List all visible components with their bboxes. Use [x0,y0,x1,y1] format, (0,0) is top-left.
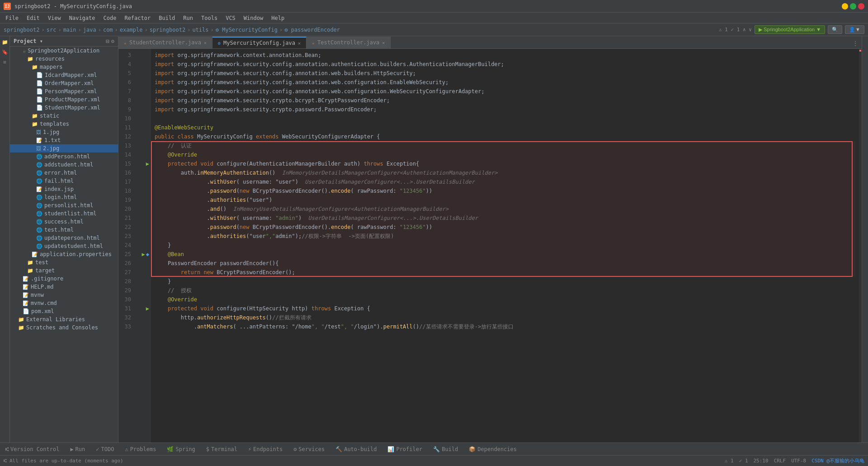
tab-mysercurityconfig-close[interactable]: ✕ [298,41,301,46]
structure-icon[interactable]: ≡ [1,58,9,66]
sidebar-item-15[interactable]: 🌐 error.html [10,169,118,177]
search-button[interactable]: 🔍 [828,25,842,34]
bookmarks-icon[interactable]: 🔖 [1,48,9,56]
code-content[interactable]: import org.springframework.context.annot… [151,49,859,442]
run-button[interactable]: ▶ Springboot2Application ▼ [755,25,825,34]
sidebar-item-3[interactable]: 📄 IdcardMapper.xml [10,71,118,79]
breadcrumb-src[interactable]: src [47,27,57,33]
sidebar-item-17[interactable]: 📝 index.jsp [10,185,118,193]
sidebar-item-2[interactable]: 📁 mappers [10,63,118,71]
bottom-tab-version-control[interactable]: ⑆Version Control [0,444,65,454]
run-icon-31[interactable]: ▶ [146,304,149,313]
menu-item-code[interactable]: Code [100,14,120,22]
sidebar-item-22[interactable]: 🌐 test.html [10,226,118,234]
run-icon-15[interactable]: ▶ [146,159,149,168]
sidebar-item-27[interactable]: 📁 target [10,266,118,275]
right-scrollbar[interactable] [862,36,868,442]
menu-item-help[interactable]: Help [268,14,288,22]
project-icon[interactable]: 📁 [1,38,9,46]
menu-item-refactor[interactable]: Refactor [121,14,154,22]
tab-studentcontroller[interactable]: ☕ StudentController.java ✕ [118,37,212,48]
sidebar-item-18[interactable]: 🌐 login.html [10,193,118,201]
line-number-6: 6 [118,78,134,87]
breadcrumb-passwordencoder[interactable]: ⚙ passwordEncoder [284,27,340,33]
minimize-button[interactable] [842,3,848,10]
sidebar-settings-btn[interactable]: ⚙ [111,38,114,44]
sidebar-item-29[interactable]: 📝 HELP.md [10,283,118,291]
menu-item-file[interactable]: File [2,14,22,22]
tab-studentcontroller-close[interactable]: ✕ [204,40,207,45]
breadcrumb-com[interactable]: com [103,27,113,33]
sidebar-item-8[interactable]: 📁 static [10,112,118,120]
sidebar-item-16[interactable]: 🌐 fail.html [10,177,118,185]
sidebar-item-28[interactable]: 📝 .gitignore [10,275,118,283]
folder-icon: 📁 [32,64,38,70]
sidebar-item-14[interactable]: 🌐 addstudent.html [10,161,118,169]
gutter-16 [137,168,151,177]
bottom-tab-todo[interactable]: ✓TODO [90,444,119,454]
bottom-tab-auto-build[interactable]: 🔨Auto-build [330,444,382,454]
bottom-tab-services[interactable]: ⚙Services [288,444,330,454]
tab-testcontroller[interactable]: ☕ TestController.java ✕ [307,37,391,48]
sidebar-item-25[interactable]: 📝 application.properties [10,250,118,258]
sidebar-item-21[interactable]: 🌐 success.html [10,218,118,226]
sidebar-item-7[interactable]: 📄 StudentMapper.xml [10,104,118,112]
bottom-tab-problems[interactable]: ⚠Problems [119,444,161,454]
tab-overflow-button[interactable]: ⋮ [849,38,862,48]
sidebar-item-30[interactable]: 📝 mvnw [10,291,118,299]
tab-testcontroller-close[interactable]: ✕ [382,40,385,45]
sidebar-item-20[interactable]: 🌐 studentlist.html [10,209,118,218]
menu-item-tools[interactable]: Tools [198,14,221,22]
sidebar-item-4[interactable]: 📄 OrderMapper.xml [10,79,118,87]
sidebar-collapse-btn[interactable]: ⊟ [106,38,109,44]
file-icon: 📝 [36,186,42,192]
gutter-24 [137,241,151,250]
sidebar-item-33[interactable]: 📁 External Libraries [10,315,118,323]
close-button[interactable] [858,3,864,10]
sidebar-item-23[interactable]: 🌐 updateperson.html [10,234,118,242]
breadcrumb-java[interactable]: java [83,27,96,33]
sidebar-item-19[interactable]: 🌐 personlist.html [10,201,118,209]
sidebar-item-12[interactable]: 🖼 2.jpg [10,144,118,152]
bottom-tab-profiler[interactable]: 📊Profiler [382,444,428,454]
bottom-tab-label-1: Run [75,446,85,452]
maximize-button[interactable] [850,3,856,10]
menu-item-edit[interactable]: Edit [23,14,43,22]
bookmark-icon-25[interactable]: ◆ [146,250,149,259]
sidebar-item-26[interactable]: 📁 test [10,258,118,266]
sidebar-item-0[interactable]: ☕ Springboot2Application [10,47,118,55]
sidebar-item-1[interactable]: 📁 resources [10,55,118,63]
breadcrumb-springboot2[interactable]: springboot2 [4,27,39,33]
breadcrumb-utils[interactable]: utils [192,27,208,33]
menu-item-run[interactable]: Run [179,14,197,22]
sidebar-item-32[interactable]: 📄 pom.xml [10,307,118,315]
breadcrumb-main[interactable]: main [63,27,76,33]
tab-mysercurityconfig[interactable]: ⚙ MySercurityConfig.java ✕ [212,37,307,48]
menu-item-window[interactable]: Window [240,14,267,22]
sidebar-item-10[interactable]: 🖼 1.jpg [10,128,118,136]
breadcrumb-springboot2-pkg[interactable]: springboot2 [150,27,185,33]
sidebar-item-34[interactable]: 📁 Scratches and Consoles [10,323,118,332]
sidebar-item-11[interactable]: 📝 1.txt [10,136,118,144]
sidebar-item-9[interactable]: 📁 templates [10,120,118,128]
sidebar-item-label-9: templates [40,121,69,127]
sidebar-item-24[interactable]: 🌐 updatestudent.html [10,242,118,250]
bottom-tab-endpoints[interactable]: ⚡Endpoints [243,444,288,454]
run-icon-25[interactable]: ▶ [142,250,145,259]
bottom-tab-terminal[interactable]: $Terminal [201,444,243,454]
bottom-tab-spring[interactable]: 🌿Spring [161,444,200,454]
breadcrumb-example[interactable]: example [120,27,143,33]
menu-item-vcs[interactable]: VCS [222,14,239,22]
settings-button[interactable]: 👤▼ [845,25,864,34]
breadcrumb-mysecurity[interactable]: ⚙ MySercurityConfig [216,27,278,33]
sidebar-item-5[interactable]: 📄 PersonMapper.xml [10,87,118,95]
sidebar-item-13[interactable]: 🌐 addPerson.html [10,152,118,161]
sidebar-item-31[interactable]: 📝 mvnw.cmd [10,299,118,307]
bottom-tab-dependencies[interactable]: 📦Dependencies [463,444,522,454]
bottom-tab-build[interactable]: 🔧Build [428,444,463,454]
sidebar-item-6[interactable]: 📄 ProductMapper.xml [10,95,118,104]
menu-item-view[interactable]: View [44,14,65,22]
bottom-tab-run[interactable]: ▶Run [65,444,90,454]
menu-item-navigate[interactable]: Navigate [66,14,99,22]
menu-item-build[interactable]: Build [155,14,179,22]
